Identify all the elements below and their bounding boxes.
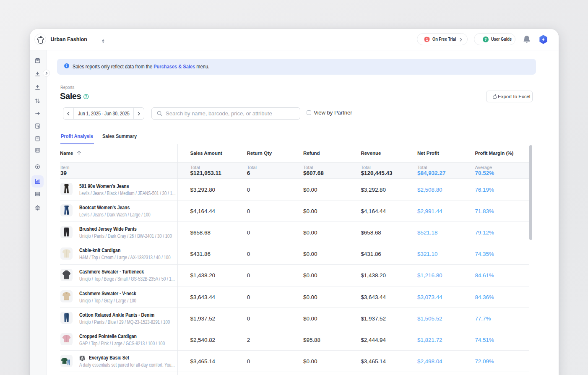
svg-text:?: ? (484, 37, 487, 42)
svg-text:?: ? (85, 95, 87, 99)
svg-text:1: 1 (426, 37, 428, 42)
